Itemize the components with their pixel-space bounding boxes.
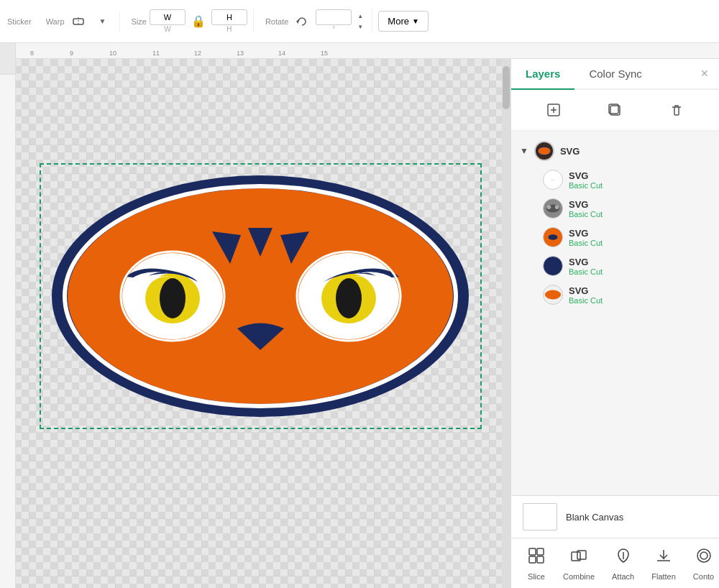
layer-5-title: SVG [569, 285, 603, 296]
layer-5-thumb-svg [544, 288, 562, 302]
canvas-area[interactable] [0, 59, 510, 588]
flatten-svg-icon [654, 546, 673, 565]
svg-rect-30 [529, 556, 536, 563]
more-chevron-icon: ▼ [412, 17, 419, 25]
layer-2-thumb [543, 198, 563, 219]
delete-layer-icon [669, 102, 684, 118]
panel-close-btn[interactable]: ✕ [690, 59, 719, 88]
duplicate-layer-btn[interactable] [602, 97, 628, 123]
slice-svg-icon [527, 546, 546, 565]
slice-icon [527, 546, 546, 569]
tiger-svg [47, 170, 475, 422]
layer-group-header[interactable]: ▼ SVG [517, 137, 713, 165]
ruler-mark-12: 12 [194, 50, 201, 57]
ruler-mark-8: 8 [30, 50, 34, 57]
warp-dropdown-btn[interactable]: ▼ [92, 11, 114, 32]
combine-svg-icon [569, 546, 588, 565]
list-item[interactable]: SVG Basic Cut [517, 280, 713, 309]
svg-rect-28 [529, 548, 536, 555]
add-layer-icon [546, 102, 562, 118]
main-area: Layers Color Sync ✕ [0, 59, 719, 588]
tab-color-sync-label: Color Sync [589, 68, 641, 80]
bottom-bar: Slice Combine [511, 538, 719, 588]
svg-point-10 [160, 278, 186, 318]
rotate-up-btn[interactable]: ▲ [354, 11, 366, 21]
tab-layers[interactable]: Layers [511, 59, 574, 88]
layer-2-subtitle: Basic Cut [569, 210, 603, 219]
warp-icon-btn[interactable] [68, 11, 89, 32]
ruler-mark-9: 9 [70, 50, 73, 57]
delete-layer-btn[interactable] [664, 97, 690, 123]
svg-point-23 [555, 205, 559, 209]
group-title: SVG [560, 146, 580, 157]
conto-action[interactable]: Conto [684, 542, 719, 585]
slice-label: Slice [528, 572, 545, 581]
ruler-mark-15: 15 [321, 50, 328, 57]
height-input-group: H [211, 9, 247, 33]
slice-action[interactable]: Slice [518, 542, 554, 585]
svg-point-20 [538, 147, 550, 155]
attach-svg-icon [614, 546, 633, 565]
svg-marker-2 [296, 19, 298, 24]
flatten-action[interactable]: Flatten [643, 542, 684, 585]
warp-label: Warp [46, 17, 65, 26]
layer-1-title: SVG [569, 170, 603, 181]
svg-point-37 [700, 552, 707, 559]
attach-action[interactable]: Attach [603, 542, 643, 585]
svg-point-25 [549, 234, 558, 239]
more-button[interactable]: More ▼ [378, 11, 429, 32]
size-group: Size W 🔒 H [126, 9, 254, 33]
rotate-left-btn[interactable] [291, 11, 313, 32]
rotate-input[interactable] [316, 9, 352, 25]
svg-point-36 [697, 549, 710, 562]
ruler-row: 8 9 10 11 12 13 14 15 [0, 43, 719, 59]
blank-canvas-row: Blank Canvas [511, 495, 719, 538]
list-item[interactable]: SVG Basic Cut [517, 194, 713, 223]
layer-group-svg: ▼ SVG ··· [511, 137, 719, 309]
list-item[interactable]: ··· SVG Basic Cut [517, 165, 713, 194]
layer-3-subtitle: Basic Cut [569, 239, 603, 247]
svg-point-26 [546, 263, 560, 271]
group-chevron-icon: ▼ [520, 146, 528, 156]
layer-4-thumb-svg [544, 256, 562, 276]
tab-color-sync[interactable]: Color Sync [574, 59, 656, 88]
ruler-corner [0, 43, 16, 59]
layer-2-thumb-svg [544, 198, 562, 219]
layer-list: ▼ SVG ··· [511, 131, 719, 495]
height-dim-label: H [226, 25, 232, 33]
warp-group: Warp ▼ [40, 11, 120, 32]
panel-actions [511, 90, 719, 131]
horizontal-ruler: 8 9 10 11 12 13 14 15 [16, 43, 719, 58]
right-panel: Layers Color Sync ✕ [510, 59, 719, 588]
ruler-mark-13: 13 [237, 50, 244, 57]
layer-2-title: SVG [569, 199, 603, 210]
vertical-scrollbar[interactable] [502, 59, 510, 588]
rotate-label: Rotate [265, 17, 288, 26]
blank-canvas-thumb [523, 503, 557, 530]
layer-1-thumb: ··· [543, 170, 563, 190]
combine-action[interactable]: Combine [554, 542, 603, 585]
attach-label: Attach [612, 572, 634, 581]
group-info: SVG [560, 146, 580, 157]
top-toolbar: Sticker Warp ▼ Size W 🔒 H Rotate [0, 0, 719, 43]
group-thumb-svg [536, 141, 553, 161]
list-item[interactable]: SVG Basic Cut [517, 223, 713, 252]
conto-svg-icon [695, 546, 713, 565]
layer-3-thumb-svg [544, 227, 562, 247]
layer-4-title: SVG [569, 257, 603, 267]
layer-3-title: SVG [569, 228, 603, 239]
height-input[interactable] [211, 9, 247, 25]
flatten-label: Flatten [651, 572, 676, 581]
tiger-image[interactable] [47, 170, 475, 422]
layer-3-info: SVG Basic Cut [569, 228, 603, 247]
list-item[interactable]: SVG Basic Cut [517, 252, 713, 280]
rotate-down-btn[interactable]: ▼ [354, 22, 366, 32]
more-label: More [388, 16, 409, 27]
layer-1-subtitle: Basic Cut [569, 181, 603, 190]
size-label: Size [132, 17, 147, 26]
width-input[interactable] [150, 9, 186, 25]
scrollbar-thumb[interactable] [503, 66, 510, 109]
attach-icon [614, 546, 633, 569]
add-layer-btn[interactable] [541, 97, 567, 123]
layer-3-thumb [543, 227, 563, 247]
